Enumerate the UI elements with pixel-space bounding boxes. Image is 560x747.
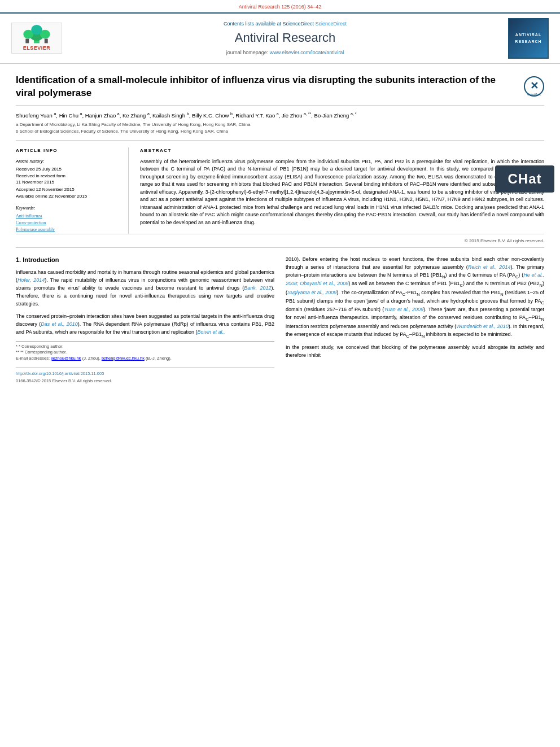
keyword-anti-influenza[interactable]: Anti-influenza [16,213,120,219]
article-history: Article history: Received 25 July 2015 R… [16,158,120,199]
ref-barik[interactable]: Barik, 2012 [244,285,271,291]
email-line: E-mail addresses: jiezhou@hku.hk (J. Zho… [16,356,274,362]
sciencedirect-link[interactable]: Contents lists available at ScienceDirec… [73,20,497,28]
elsevier-tree-icon [17,23,56,44]
accepted-date: Accepted 12 November 2015 [16,186,120,193]
authors: Shuofeng Yuan a, Hin Chu a, Hanjun Zhao … [16,106,544,121]
keyword-cross-protection[interactable]: Cross-protection [16,220,120,226]
article-title: Identification of a small-molecule inhib… [16,74,524,100]
ref-das[interactable]: Das et al., 2010 [41,321,77,327]
affiliations: a Department of Microbiology, Li Ka Shin… [16,121,544,141]
affiliation-b: b School of Biological Sciences, Faculty… [16,128,544,135]
body-section: 1. Introduction Influenza has caused mor… [16,248,544,386]
keywords-label: Keywords: [16,205,120,211]
footnote-2: ** ** Corresponding author. [16,350,274,356]
title-section: Identification of a small-molecule inhib… [16,64,544,106]
revised-date: Received in revised form11 November 2015 [16,173,120,185]
right-para1-text: 2010). Before entering the host nucleus … [286,256,544,337]
chat-label: CHat [508,169,541,189]
footnotes: * * Corresponding author. ** ** Correspo… [16,341,274,362]
article-footer: http://dx.doi.org/10.1016/j.antiviral.20… [16,367,274,386]
homepage-label: journal homepage: [226,50,269,55]
svg-rect-5 [25,39,29,43]
affiliation-a: a Department of Microbiology, Li Ka Shin… [16,121,544,128]
ref-sugiyama[interactable]: Sugiyama et al., 2009 [287,290,336,295]
journal-logo: ANTIVIRAL RESEARCH [508,18,549,59]
svg-point-4 [31,25,42,35]
journal-header-center: Contents lists available at ScienceDirec… [73,20,497,56]
homepage-link[interactable]: www.elsevier.com/locate/antiviral [270,50,344,55]
doi-link[interactable]: http://dx.doi.org/10.1016/j.antiviral.20… [16,371,274,377]
ref-boivin[interactable]: Boivin et al., [198,329,225,335]
article-info-column: ARTICLE INFO Article history: Received 2… [16,147,129,234]
journal-name: Antiviral Research [73,29,497,47]
authors-text: Shuofeng Yuan a, Hin Chu a, Hanjun Zhao … [16,112,357,119]
sciencedirect-anchor[interactable]: ScienceDirect [316,21,347,27]
crossmark-logo[interactable]: ✕ CrossMark [524,76,544,97]
two-column-section: ARTICLE INFO Article history: Received 2… [16,141,544,234]
chat-badge[interactable]: CHat [495,165,554,193]
sciencedirect-text: Contents lists available at ScienceDirec… [224,21,314,27]
article-wrapper: Identification of a small-molecule inhib… [0,64,560,387]
body-right-column: 2010). Before entering the host nucleus … [286,256,544,386]
journal-homepage: journal homepage: www.elsevier.com/locat… [73,49,497,56]
svg-text:✕: ✕ [530,80,539,91]
body-left-column: 1. Introduction Influenza has caused mor… [16,256,274,386]
article-info-heading: ARTICLE INFO [16,147,120,154]
email-zhou[interactable]: jiezhou@hku.hk [51,356,81,361]
abstract-text: Assembly of the heterotrimeric influenza… [140,158,544,227]
journal-logo-line1: ANTIVIRAL [515,32,541,38]
citation-text: Antiviral Research 125 (2016) 34–42 [239,4,322,10]
issn-text: 0166-3542/© 2015 Elsevier B.V. All right… [16,378,274,385]
email-zheng[interactable]: bzheng@hkucc.hku.hk [102,356,145,361]
history-label: Article history: [16,158,120,164]
ref-hofer[interactable]: Hofer, 2014 [18,277,45,283]
svg-rect-6 [45,39,48,43]
elsevier-label: ELSEVIER [23,45,51,52]
abstract-column: ABSTRACT Assembly of the heterotrimeric … [140,147,544,234]
ref-reich[interactable]: Reich et al., 2014 [468,264,511,270]
right-para2: In the present study, we conceived that … [286,344,544,360]
keyword-polymerase[interactable]: Polymerase assembly [16,226,120,233]
right-para1: 2010). Before entering the host nucleus … [286,256,544,339]
intro-para2: The conserved protein–protein interactio… [16,313,274,337]
abstract-heading: ABSTRACT [140,147,544,154]
available-date: Available online 22 November 2015 [16,193,120,199]
journal-header: ELSEVIER Contents lists available at Sci… [0,12,560,64]
intro-para1: Influenza has caused morbidity and morta… [16,269,274,308]
footnote-1: * * Corresponding author. [16,344,274,350]
journal-logo-line2: RESEARCH [515,39,541,45]
intro-heading: 1. Introduction [16,256,274,264]
ref-he[interactable]: He et al., 2008; Obayashi et al., 2008 [286,272,544,286]
citation-bar: Antiviral Research 125 (2016) 34–42 [0,0,560,12]
copyright-line: © 2015 Elsevier B.V. All rights reserved… [16,234,544,248]
svg-text:CrossMark: CrossMark [527,93,541,96]
keywords-section: Keywords: Anti-influenza Cross-protectio… [16,205,120,233]
ref-yuan[interactable]: Yuan et al., 2009 [384,307,423,312]
ref-wunderlich[interactable]: Wunderlich et al., 2010 [456,324,508,329]
elsevier-logo: ELSEVIER [11,23,62,54]
received-date: Received 25 July 2015 [16,166,120,172]
